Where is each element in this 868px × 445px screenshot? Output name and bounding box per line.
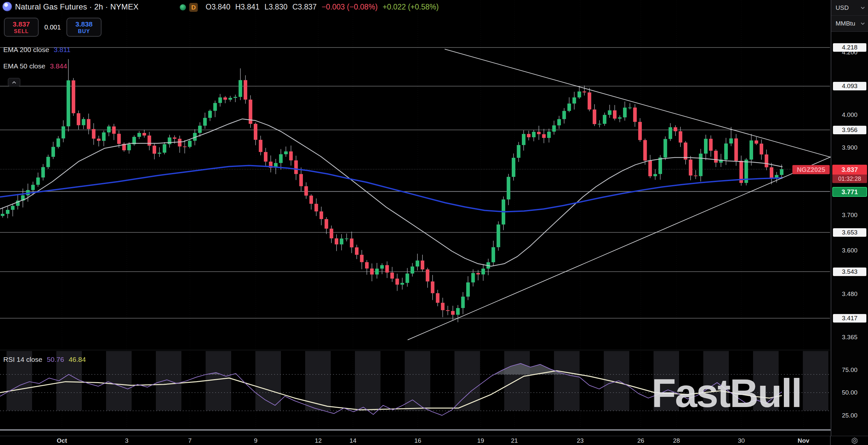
ema50-value: 3.844 [50,62,67,70]
time-axis-tick: 9 [254,437,258,444]
time-axis-tick: 7 [188,437,192,444]
price-axis-label: 4.093 [833,82,866,90]
price-axis-label: 3.365 [831,334,868,341]
watermark: FastBull [652,373,801,413]
unit-currency-selector[interactable]: USD [831,0,868,16]
unit-quantity-selector[interactable]: MMBtu [831,16,868,31]
rsi-axis-label: 75.00 [831,367,868,374]
price-axis-label: 3.900 [831,144,868,151]
chart-app: FastBull Natural Gas Futures · 2h · NYME… [0,0,868,445]
time-axis-tick: Oct [57,437,67,444]
price-axis-label: 4.000 [831,111,868,119]
time-axis-tick: 23 [577,437,584,444]
time-axis-tick: 30 [738,437,745,444]
unit-panel: USD MMBtu [831,0,868,32]
bar-countdown-label: 01:32:28 [832,174,867,183]
unit-currency-label: USD [836,4,849,11]
time-axis-tick: 26 [637,437,644,444]
price-axis-label: 3.543 [833,267,866,276]
time-axis-tick: 12 [315,437,321,444]
time-axis-tick: 28 [673,437,680,444]
time-axis-tick: 14 [349,437,356,444]
chevron-down-icon [861,6,865,9]
ema200-legend[interactable]: EMA 200 close 3.811 [3,46,70,54]
price-axis-label: 3.956 [833,126,866,134]
price-axis-label: 4.218 [833,43,866,52]
time-axis-tick: Nov [798,437,809,444]
price-axis-label: 3.600 [831,247,868,254]
time-axis[interactable]: Oct379121416192123262830Nov [0,436,868,445]
alert-price-label: 3.771 [832,187,867,197]
last-price-label: 3.837 [832,165,867,174]
price-axis-label: 3.700 [831,212,868,219]
unit-quantity-label: MMBtu [836,20,855,27]
time-axis-tick: 16 [414,437,421,444]
price-axis-label: 3.480 [831,290,868,298]
chevron-up-icon [12,81,17,84]
ema200-label: EMA 200 close [3,46,49,54]
rsi-legend[interactable]: RSI 14 close 50.76 46.84 [3,356,86,363]
rsi-ma-value: 46.84 [69,356,86,363]
rsi-axis-label: 25.00 [831,412,868,419]
time-axis-tick: 21 [511,437,518,444]
rsi-axis-label: 50.00 [831,389,868,396]
gear-icon [851,437,858,444]
price-axis-label: 3.653 [833,228,866,237]
axis-corner-separator [830,436,831,445]
time-axis-tick: 19 [477,437,484,444]
chevron-down-icon [861,22,865,25]
price-axis-label: 3.417 [833,314,866,322]
price-axis[interactable]: USD MMBtu 4.2184.2004.0934.0003.9563.900… [831,0,868,445]
collapse-pane-button[interactable] [8,78,20,87]
symbol-tag: NGZ2025 [793,165,830,174]
ema50-label: EMA 50 close [3,62,45,70]
time-axis-tick: 3 [125,437,129,444]
settings-gear-button[interactable] [849,437,861,445]
ema50-legend[interactable]: EMA 50 close 3.844 [3,62,67,70]
rsi-label: RSI 14 close [3,356,42,363]
ema200-value: 3.811 [54,46,70,54]
rsi-value: 50.76 [47,356,64,363]
